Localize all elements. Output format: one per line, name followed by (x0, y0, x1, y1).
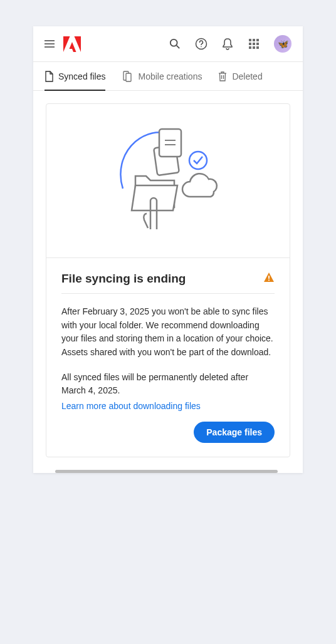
tab-deleted-label: Deleted (232, 71, 262, 81)
tabs: Synced files Mobile creations Deleted (33, 62, 303, 91)
svg-point-3 (201, 46, 202, 48)
menu-icon[interactable] (45, 40, 55, 48)
svg-point-12 (189, 152, 207, 169)
help-icon[interactable] (195, 38, 207, 50)
card-actions: Package files (61, 422, 275, 443)
warning-icon (263, 272, 275, 286)
card-paragraph-1: After February 3, 2025 you won't be able… (61, 305, 275, 360)
tab-mobile-creations-label: Mobile creations (138, 71, 202, 81)
search-icon[interactable] (169, 38, 181, 50)
learn-more-link[interactable]: Learn more about downloading files (61, 401, 201, 411)
card-body: File syncing is ending After February 3,… (46, 258, 290, 457)
apps-icon[interactable] (248, 38, 260, 50)
horizontal-scrollbar[interactable] (55, 470, 278, 473)
svg-rect-5 (126, 73, 131, 81)
content: File syncing is ending After February 3,… (33, 91, 303, 470)
card-title-row: File syncing is ending (61, 272, 275, 294)
card-illustration (46, 104, 290, 258)
svg-point-0 (171, 39, 177, 46)
header-right: 🦋 (169, 35, 291, 53)
card-title: File syncing is ending (61, 272, 186, 286)
app-window: 🦋 Synced files Mobile creations (33, 26, 303, 473)
notice-card: File syncing is ending After February 3,… (46, 103, 290, 457)
header-left (45, 36, 81, 52)
package-files-button[interactable]: Package files (194, 422, 275, 443)
tab-synced-files[interactable]: Synced files (45, 62, 105, 91)
tab-mobile-creations[interactable]: Mobile creations (122, 62, 202, 91)
header: 🦋 (33, 26, 303, 62)
tab-synced-files-label: Synced files (58, 71, 105, 81)
svg-rect-14 (268, 279, 270, 281)
svg-rect-13 (268, 276, 270, 279)
adobe-logo[interactable] (63, 36, 81, 52)
svg-rect-9 (159, 129, 181, 157)
card-paragraph-2: All synced files will be permanently del… (61, 371, 275, 398)
tab-deleted[interactable]: Deleted (218, 62, 262, 91)
bell-icon[interactable] (221, 38, 234, 50)
avatar[interactable]: 🦋 (274, 35, 291, 53)
svg-line-1 (177, 46, 180, 49)
